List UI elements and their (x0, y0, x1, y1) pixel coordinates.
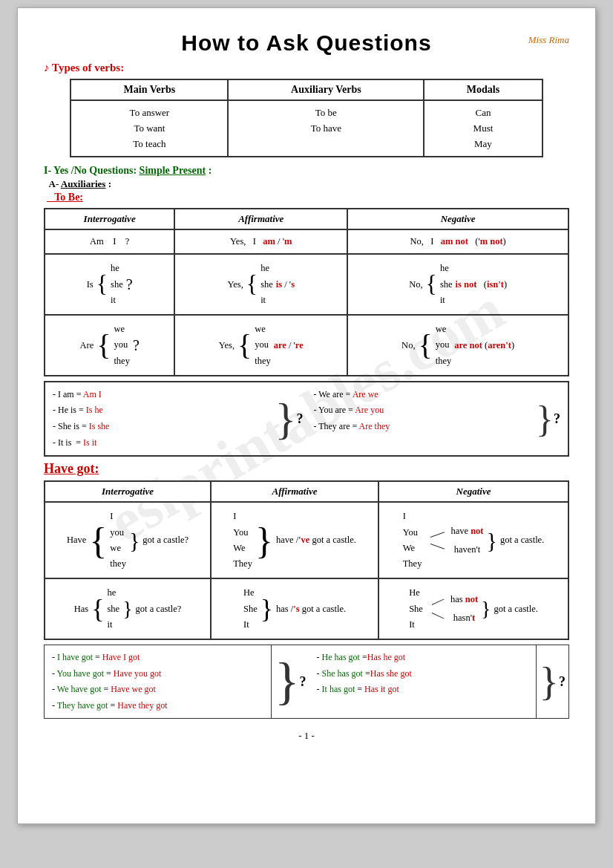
is-she-affirm: Yes, { he she it is / 's (174, 254, 347, 315)
note-sheis: - She is = Is she (53, 419, 268, 435)
colon: : (209, 165, 212, 176)
note-weare: - We are = Are we (313, 387, 528, 403)
bottom-notes-box: - I have got = Have I got - You have got… (44, 645, 569, 719)
tobe-interrog-header: Interrogative (45, 209, 174, 229)
yes-no-heading: I- Yes /No Questions: Simple Present : (44, 165, 569, 177)
are-you-interrog: Are { we you they ? (45, 315, 174, 376)
tobe-notes-col1: - I am = Am I - He is = Is he - She is =… (53, 387, 268, 451)
have-got-table: Interrogative Affirmative Negative Have … (44, 480, 569, 640)
yes-no-label: I- Yes /No Questions: (44, 165, 140, 176)
am-i-interrog: Am I ? (45, 229, 174, 254)
note-hehasgot: - He has got =Has he got (317, 650, 528, 666)
has-interrog: Has { he she it } got a castle? (45, 578, 211, 639)
aux-verbs-cell: To beTo have (228, 100, 424, 157)
bottom-notes-col2: - He has got =Has he got - She has got =… (309, 645, 537, 718)
hg-affirm-header: Affirmative (211, 481, 378, 502)
hg-interrog-header: Interrogative (45, 481, 211, 502)
tobe-table: Interrogative Affirmative Negative Am I … (44, 208, 569, 376)
are-you-neg: No, { we you they are not (aren't) (347, 315, 568, 376)
note-iam: - I am = Am I (53, 387, 268, 403)
tobe-label: To Be: (47, 192, 569, 203)
note-shehasgot: - She has got =Has she got (317, 666, 528, 682)
note-youare: - You are = Are you (313, 402, 528, 419)
note-youhavegot: - You have got = Have you got (52, 666, 263, 682)
note-theyhavegot: - They have got = Have they got (52, 698, 263, 714)
author: Miss Rima (528, 34, 569, 46)
note-theyare: - They are = Are they (313, 419, 528, 435)
note-heis: - He is = Is he (53, 402, 268, 419)
note-wehavegot: - We have got = Have we got (52, 682, 263, 698)
has-neg: He She It has not hasn't } (378, 578, 568, 639)
has-affirm: He She It } has /'s got a castle. (211, 578, 378, 639)
modals-cell: CanMustMay (424, 100, 542, 157)
hg-neg-header: Negative (378, 481, 568, 502)
is-she-interrog: Is { he she it ? (45, 254, 174, 315)
main-verbs-cell: To answerTo wantTo teach (71, 100, 228, 157)
am-i-affirm: Yes, I am / 'm (174, 229, 347, 254)
types-heading: ♪ Types of verbs: (44, 62, 569, 74)
music-note-icon: ♪ (44, 62, 50, 74)
main-verbs-header: Main Verbs (71, 79, 228, 100)
have-got-heading: Have got: (44, 461, 569, 477)
note-itis: - It is = Is it (53, 435, 268, 451)
verbs-table: Main Verbs Auxiliary Verbs Modals To ans… (70, 79, 542, 157)
tobe-neg-header: Negative (347, 209, 568, 229)
am-i-neg: No, I am not ('m not) (347, 229, 568, 254)
simple-present-label: Simple Present (140, 165, 206, 176)
tobe-affirm-header: Affirmative (174, 209, 347, 229)
are-you-affirm: Yes, { we you they are / 're (174, 315, 347, 376)
types-label: Types of verbs: (52, 62, 124, 74)
page: eslprintables.com How to Ask Questions M… (17, 7, 596, 824)
note-ithasgot: - It has got = Has it got (317, 682, 528, 698)
bottom-notes-col1: - I have got = Have I got - You have got… (45, 645, 272, 718)
title-area: How to Ask Questions Miss Rima (44, 30, 569, 56)
note-ihavegot: - I have got = Have I got (52, 650, 263, 666)
tobe-notes-box: - I am = Am I - He is = Is he - She is =… (44, 381, 569, 457)
modals-header: Modals (424, 79, 542, 100)
is-she-neg: No, { he she it is not (isn't) (347, 254, 568, 315)
main-title: How to Ask Questions (181, 30, 431, 56)
aux-verbs-header: Auxiliary Verbs (228, 79, 424, 100)
page-number: - 1 - (44, 730, 569, 742)
tobe-notes-col2: - We are = Are we - You are = Are you - … (313, 387, 528, 451)
have-affirm: I You We They } have /'ve got a castle. (211, 502, 378, 578)
auxiliaries-label: A- Auxiliaries : (44, 178, 569, 190)
have-neg: I You We They have not haven't (378, 502, 568, 578)
have-interrog: Have { I you we they } got a castle? (45, 502, 211, 578)
